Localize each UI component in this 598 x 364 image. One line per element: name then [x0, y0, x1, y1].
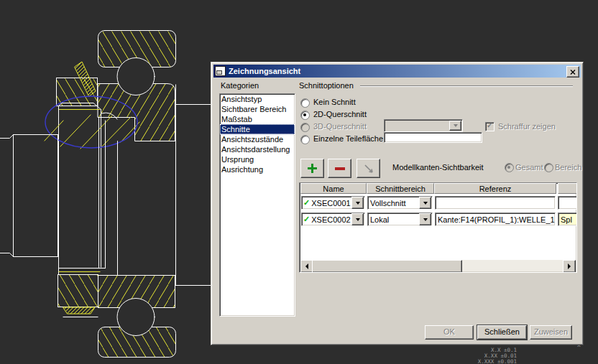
arrow-left-icon — [305, 263, 308, 269]
category-item-ausrichtung[interactable]: Ausrichtung — [220, 164, 295, 174]
ok-button: OK — [425, 325, 474, 340]
radio-2d-querschnitt-label[interactable]: 2D-Querschnitt — [313, 110, 367, 119]
radio-2d-querschnitt[interactable] — [300, 111, 310, 120]
bearing-section-view — [0, 31, 213, 358]
scroll-right-button[interactable] — [563, 260, 576, 273]
column-header-boundary[interactable] — [558, 183, 577, 194]
section-boundary-cell[interactable] — [558, 196, 577, 210]
section-options-group-label: Schnittoptionen — [299, 81, 354, 90]
plus-icon — [308, 164, 317, 173]
column-header-referenz[interactable]: Referenz — [434, 183, 556, 194]
xsec-3d-combobox — [384, 119, 463, 132]
section-name-combobox[interactable]: ✓ XSEC0002 — [301, 213, 365, 226]
single-face-input[interactable] — [384, 132, 482, 143]
section-scope-value: Vollschnitt — [368, 199, 419, 207]
model-edges-label: Modellkanten-Sichtbarkeit — [392, 163, 484, 172]
arrow-right-icon — [568, 263, 571, 269]
chevron-down-icon — [423, 218, 428, 221]
dropdown-button[interactable] — [419, 197, 431, 209]
column-header-name[interactable]: Name — [300, 183, 367, 194]
chevron-down-icon — [454, 124, 458, 127]
radio-einzelne-teileflaeche[interactable] — [300, 135, 310, 144]
section-scope-combobox[interactable]: Vollschnitt — [367, 196, 433, 210]
section-boundary-value: Spl — [558, 215, 577, 224]
radio-einzelne-teileflaeche-label[interactable]: Einzelne Teilefläche — [313, 134, 383, 144]
dialog-titlebar[interactable]: Zeichnungsansicht — [213, 65, 581, 78]
radio-3d-querschnitt-label: 3D-Querschnitt — [313, 122, 367, 131]
tolerance-line-3: X.XXX ±0.001 — [478, 358, 517, 364]
section-name-value: XSEC0001 — [311, 199, 351, 207]
radio-kein-schnitt-label[interactable]: Kein Schnitt — [313, 98, 356, 107]
dialog-title: Zeichnungsansicht — [229, 67, 300, 75]
category-item-ansichtstyp[interactable]: Ansichtstyp — [220, 94, 295, 104]
drawing-view-dialog: Zeichnungsansicht Kategorien Ansichtstyp… — [211, 62, 584, 345]
hatch-checkbox-label: Schraffur zeigen — [498, 122, 556, 131]
category-item-ansichtszustaende[interactable]: Ansichtszustände — [220, 134, 295, 144]
group-divider — [360, 85, 573, 87]
combobox-dropdown-button — [449, 121, 461, 131]
hatch-checkbox: ✓ — [485, 122, 494, 131]
section-reference-value: Kante:F14(PROFIL_1):WELLE_1 — [436, 215, 555, 224]
dropdown-button[interactable] — [351, 213, 364, 225]
section-name-combobox[interactable]: ✓ XSEC0001 — [301, 196, 365, 210]
chevron-down-icon — [356, 202, 360, 205]
close-button[interactable] — [566, 66, 579, 78]
drawing-view-icon — [215, 66, 226, 76]
category-item-sichtbarer-bereich[interactable]: Sichtbarer Bereich — [220, 104, 295, 114]
categories-list: Ansichtstyp Sichtbarer Bereich Maßstab S… — [219, 93, 295, 317]
chevron-down-icon — [356, 218, 360, 221]
add-section-button[interactable] — [300, 159, 324, 178]
close-icon — [570, 70, 576, 75]
modify-arrow-button — [356, 159, 380, 178]
valid-check-icon: ✓ — [303, 215, 310, 224]
category-item-massstab[interactable]: Maßstab — [220, 114, 295, 124]
category-item-schnitte[interactable]: Schnitte — [220, 124, 295, 134]
apply-button: Zuweisen — [530, 325, 572, 340]
radio-kein-schnitt[interactable] — [300, 98, 310, 108]
radio-bereich — [544, 163, 553, 172]
section-scope-value: Lokal — [368, 215, 419, 224]
category-item-ansichtsdarstellung[interactable]: Ansichtsdarstellung — [220, 144, 295, 154]
minus-icon — [335, 167, 345, 170]
categories-label: Kategorien — [221, 81, 259, 90]
remove-section-button[interactable] — [328, 159, 351, 178]
dropdown-button[interactable] — [419, 213, 431, 225]
close-dialog-button[interactable]: Schließen — [477, 325, 527, 340]
sections-table: Name Schnittbereich Referenz ✓ XSEC0001 … — [299, 182, 577, 273]
radio-gesamt-label: Gesamt — [515, 163, 543, 172]
section-scope-combobox[interactable]: Lokal — [367, 213, 433, 226]
radio-gesamt — [505, 163, 514, 172]
radio-bereich-label: Bereich — [555, 163, 581, 172]
column-header-schnittbereich[interactable]: Schnittbereich — [367, 183, 434, 194]
radio-3d-querschnitt — [300, 123, 310, 132]
section-reference-cell[interactable]: Kante:F14(PROFIL_1):WELLE_1 — [435, 213, 556, 226]
scrollbar-thumb[interactable] — [312, 260, 462, 273]
chevron-down-icon — [423, 202, 428, 205]
screen: X.X ±0.1 X.XX ±0.01 X.XXX ±0.001 x Zeich… — [0, 0, 598, 364]
valid-check-icon: ✓ — [303, 198, 310, 207]
horizontal-scrollbar[interactable] — [300, 260, 576, 271]
category-item-ursprung[interactable]: Ursprung — [220, 154, 295, 164]
section-boundary-cell[interactable]: Spl — [558, 213, 577, 226]
section-name-value: XSEC0002 — [311, 215, 351, 224]
diagonal-arrow-icon — [362, 162, 375, 175]
section-reference-cell[interactable] — [435, 196, 556, 210]
check-icon: ✓ — [487, 121, 492, 129]
dropdown-button[interactable] — [351, 197, 364, 209]
